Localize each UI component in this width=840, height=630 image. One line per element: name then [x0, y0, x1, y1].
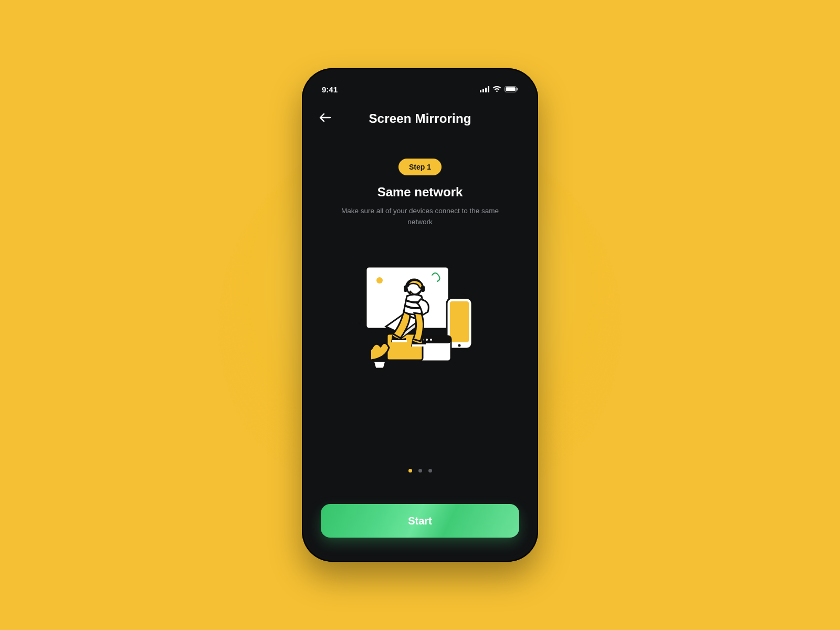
svg-rect-23: [412, 344, 426, 346]
svg-rect-21: [421, 286, 425, 292]
pagination-dot-3[interactable]: [428, 469, 432, 472]
nav-header: Screen Mirroring: [314, 108, 526, 129]
step-description: Make sure all of your devices connect to…: [336, 206, 504, 228]
svg-point-16: [426, 339, 428, 341]
svg-rect-20: [404, 286, 407, 292]
svg-rect-3: [488, 86, 489, 92]
start-button[interactable]: Start: [321, 504, 519, 538]
person-with-laptop-devices-illustration: [354, 257, 486, 373]
back-button[interactable]: [318, 111, 332, 126]
step-badge: Step 1: [398, 159, 442, 175]
arrow-left-icon: [319, 113, 331, 124]
battery-full-icon: [505, 86, 518, 92]
svg-rect-11: [450, 301, 469, 342]
step-heading: Same network: [377, 185, 463, 200]
pagination-dots: [408, 469, 432, 477]
svg-rect-22: [392, 340, 407, 342]
cellular-signal-icon: [480, 86, 489, 92]
svg-point-17: [430, 339, 432, 341]
svg-rect-1: [482, 89, 484, 93]
pagination-dot-1[interactable]: [408, 469, 412, 472]
status-bar: 9:41: [314, 80, 526, 97]
svg-rect-0: [480, 90, 481, 92]
svg-rect-5: [506, 87, 516, 91]
onboarding-content: Step 1 Same network Make sure all of you…: [314, 129, 526, 547]
svg-rect-2: [485, 88, 487, 92]
pagination-dot-2[interactable]: [418, 469, 422, 472]
svg-point-12: [458, 344, 461, 346]
page-title: Screen Mirroring: [369, 111, 471, 126]
start-button-label: Start: [408, 515, 432, 527]
cta-container: Start: [314, 504, 526, 538]
svg-rect-6: [517, 88, 518, 90]
phone-frame: 9:41: [302, 68, 538, 562]
status-indicators: [480, 86, 518, 92]
status-time: 9:41: [322, 85, 338, 94]
svg-point-8: [376, 277, 383, 284]
wifi-icon: [492, 86, 501, 92]
